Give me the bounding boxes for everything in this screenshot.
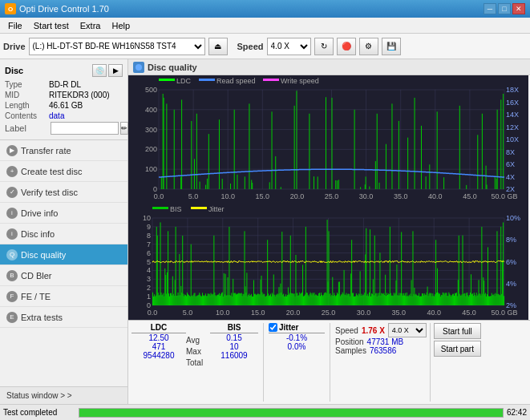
start-part-button[interactable]: Start part [434,341,481,357]
progress-bar [79,408,504,418]
position-row: Position 47731 MB [335,337,427,346]
start-full-button[interactable]: Start full [434,323,481,339]
burn-button[interactable]: 🔴 [337,38,356,55]
sidebar-item-transfer-rate[interactable]: ▶ Transfer rate [0,140,127,161]
sidebar-item-label: FE / TE [21,292,51,301]
disc-label-icon[interactable]: ✏ [120,122,128,135]
bis-header: BIS [210,323,258,333]
bis-total: 116009 [220,351,247,360]
sidebar-item-disc-quality[interactable]: Q Disc quality [0,244,127,265]
jitter-stats: Jitter -0.1% 0.0% [269,323,325,351]
samples-row: Samples 763586 [335,346,427,355]
disc-info-icon: i [6,228,18,240]
sidebar-item-cd-bler[interactable]: B CD Bler [0,265,127,286]
speed-current-row: Speed 1.76 X 4.0 X [335,323,427,337]
bis-chart [128,204,528,320]
speed-current-value: 1.76 X [362,326,385,335]
jitter-avg: -0.1% [269,333,325,342]
sidebar-item-drive-info[interactable]: i Drive info [0,203,127,224]
disc-icon-1[interactable]: 💿 [92,64,107,77]
time-display: 62:42 [507,408,527,417]
jitter-header-label: Jitter [279,323,298,332]
bis-chart-container [128,204,530,320]
titlebar-left: O Opti Drive Control 1.70 [5,3,109,14]
sidebar-item-label: Disc info [21,229,55,239]
close-button[interactable]: ✕ [512,3,525,14]
disc-mid-row: MID RITEKDR3 (000) [5,91,123,99]
sidebar-item-label: CD Bler [21,271,52,281]
menu-file[interactable]: File [3,19,27,32]
ldc-chart-container [128,75,530,204]
progress-bar-fill [79,409,503,417]
app-title: Opti Drive Control 1.70 [19,4,109,14]
sidebar-item-verify-test-disc[interactable]: ✓ Verify test disc [0,182,127,203]
settings-button[interactable]: ⚙ [359,38,378,55]
bis-max: 10 [229,342,238,351]
disc-title: Disc [5,66,23,75]
eject-button[interactable]: ⏏ [208,38,228,55]
samples-value: 763586 [370,346,396,355]
bis-avg: 0.15 [226,333,241,342]
ldc-max: 471 [152,342,166,351]
toolbar: Drive (L:) HL-DT-ST BD-RE WH16NS58 TST4 … [0,34,530,59]
speed-label: Speed [237,42,264,51]
sidebar-item-label: Create test disc [21,167,82,176]
panel-title: Disc quality [148,63,197,72]
save-button[interactable]: 💾 [382,38,401,55]
disc-icons: 💿 ▶ [92,64,123,77]
disc-mid-label: MID [5,91,49,99]
sidebar-item-extra-tests[interactable]: E Extra tests [0,307,127,328]
menubar: File Start test Extra Help [0,18,530,34]
transfer-rate-icon: ▶ [6,145,18,156]
sidebar-item-create-test-disc[interactable]: + Create test disc [0,161,127,182]
avg-label: Avg [186,334,200,345]
sidebar-item-label: Verify test disc [21,188,78,197]
sidebar-item-label: Disc quality [21,250,66,260]
position-value: 47731 MB [367,337,404,346]
disc-length-value: 46.61 GB [49,101,83,110]
samples-label: Samples [335,346,366,355]
drive-label: Drive [3,42,26,51]
disc-label-label: Label [5,123,49,133]
menu-start-test[interactable]: Start test [29,19,74,32]
titlebar-controls: ─ □ ✕ [483,3,525,14]
jitter-checkbox[interactable] [269,323,277,332]
speed-select[interactable]: 4.0 X [267,38,311,55]
maximize-button[interactable]: □ [498,3,511,14]
row-labels: Avg Max Total [186,323,210,368]
fe-te-icon: F [6,291,18,302]
sidebar-item-label: Transfer rate [21,146,71,155]
minimize-button[interactable]: ─ [483,3,496,14]
status-window-button[interactable]: Status window > > [0,386,127,404]
ldc-total: 9544280 [144,351,175,360]
menu-extra[interactable]: Extra [75,19,106,32]
verify-test-disc-icon: ✓ [6,187,18,198]
titlebar: O Opti Drive Control 1.70 ─ □ ✕ [0,0,530,18]
disc-contents-value: data [49,111,64,120]
speed-dropdown[interactable]: 4.0 X [388,323,427,337]
right-panel: Disc quality LDC 12.50 471 [128,59,530,404]
disc-section: Disc 💿 ▶ Type BD-R DL MID RITEKDR3 (000)… [0,59,127,140]
sidebar-item-disc-info[interactable]: i Disc info [0,224,127,244]
ldc-stats: LDC 12.50 471 9544280 [131,323,186,360]
disc-label-input[interactable] [51,122,119,135]
speed-stats: Speed 1.76 X 4.0 X Position 47731 MB Sam… [335,323,427,355]
panel-header: Disc quality [128,59,530,75]
menu-help[interactable]: Help [107,19,135,32]
disc-type-row: Type BD-R DL [5,80,123,89]
disc-quality-icon: Q [6,249,18,260]
disc-type-label: Type [5,80,49,89]
sidebar-item-label: Extra tests [21,313,63,322]
drive-select[interactable]: (L:) HL-DT-ST BD-RE WH16NS58 TST4 [29,38,205,55]
status-text: Test completed [3,408,75,417]
total-label: Total [186,357,203,368]
refresh-button[interactable]: ↻ [314,38,334,55]
disc-icon-2[interactable]: ▶ [108,64,123,77]
create-test-disc-icon: + [6,166,18,177]
stats-section: LDC 12.50 471 9544280 Avg Max Total BIS … [128,320,530,404]
divider-2 [330,323,330,402]
disc-mid-value: RITEKDR3 (000) [49,91,110,99]
sidebar-item-fe-te[interactable]: F FE / TE [0,286,127,307]
divider-3 [430,323,431,402]
disc-label-row: Label ✏ [5,122,123,135]
